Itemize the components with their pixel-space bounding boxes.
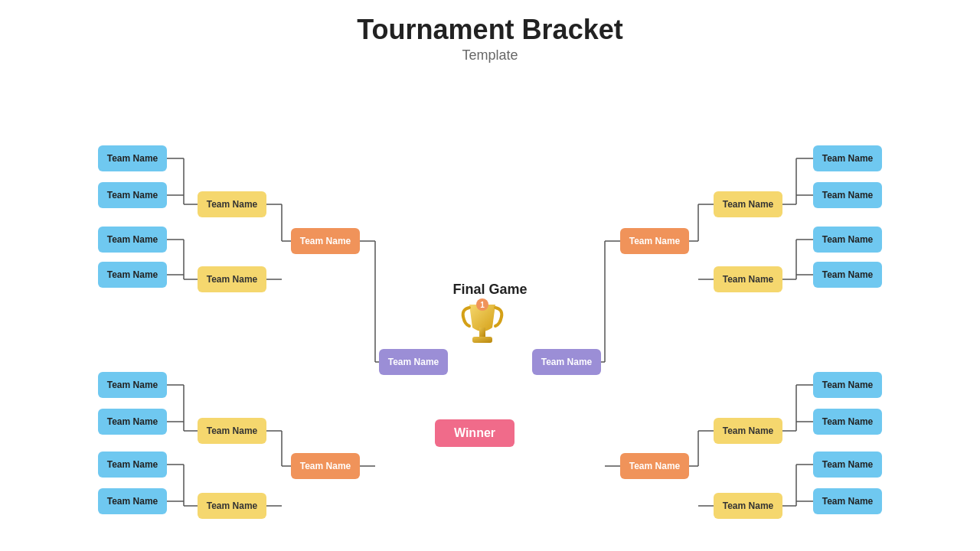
bracket-container: Team Name Team Name Team Name Team Name … bbox=[0, 69, 980, 543]
team-rb3[interactable]: Team Name bbox=[813, 452, 882, 478]
team-rb4[interactable]: Team Name bbox=[813, 488, 882, 514]
page-title: Tournament Bracket bbox=[0, 14, 980, 46]
team-lt4[interactable]: Team Name bbox=[98, 262, 167, 288]
team-rt1[interactable]: Team Name bbox=[813, 145, 882, 171]
team-rb5[interactable]: Team Name bbox=[714, 418, 782, 444]
team-lt7[interactable]: Team Name bbox=[291, 228, 360, 254]
page-subtitle: Template bbox=[0, 47, 980, 64]
team-lb6[interactable]: Team Name bbox=[198, 493, 266, 519]
team-finalist-right[interactable]: Team Name bbox=[532, 349, 601, 375]
team-lt5[interactable]: Team Name bbox=[198, 191, 266, 217]
team-lt6[interactable]: Team Name bbox=[198, 266, 266, 292]
team-rt4[interactable]: Team Name bbox=[813, 262, 882, 288]
trophy-icon: 1 bbox=[457, 298, 508, 354]
team-lb7[interactable]: Team Name bbox=[291, 453, 360, 479]
svg-rect-56 bbox=[479, 328, 485, 337]
team-rb2[interactable]: Team Name bbox=[813, 409, 882, 435]
final-game-label: Final Game bbox=[436, 282, 544, 298]
team-lt1[interactable]: Team Name bbox=[98, 145, 167, 171]
page-header: Tournament Bracket Template bbox=[0, 0, 980, 64]
svg-text:1: 1 bbox=[480, 301, 485, 309]
team-rt5[interactable]: Team Name bbox=[714, 191, 782, 217]
team-rb1[interactable]: Team Name bbox=[813, 372, 882, 398]
team-rb6[interactable]: Team Name bbox=[714, 493, 782, 519]
winner-box[interactable]: Winner bbox=[435, 419, 514, 447]
team-rt3[interactable]: Team Name bbox=[813, 227, 882, 253]
team-rb7[interactable]: Team Name bbox=[620, 453, 689, 479]
team-lb4[interactable]: Team Name bbox=[98, 488, 167, 514]
team-lb3[interactable]: Team Name bbox=[98, 452, 167, 478]
team-rt7[interactable]: Team Name bbox=[620, 228, 689, 254]
team-finalist-left[interactable]: Team Name bbox=[379, 349, 448, 375]
team-lt2[interactable]: Team Name bbox=[98, 182, 167, 208]
team-rt2[interactable]: Team Name bbox=[813, 182, 882, 208]
team-rt6[interactable]: Team Name bbox=[714, 266, 782, 292]
team-lb2[interactable]: Team Name bbox=[98, 409, 167, 435]
team-lb1[interactable]: Team Name bbox=[98, 372, 167, 398]
team-lt3[interactable]: Team Name bbox=[98, 227, 167, 253]
svg-rect-57 bbox=[472, 337, 492, 343]
team-lb5[interactable]: Team Name bbox=[198, 418, 266, 444]
